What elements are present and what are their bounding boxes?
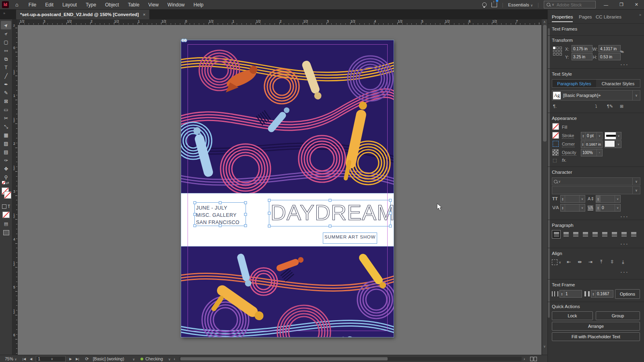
new-style-icon[interactable]: ⊞ (620, 104, 623, 109)
selection-handle[interactable] (268, 212, 271, 215)
menu-file[interactable]: File (29, 2, 36, 8)
align-center-button[interactable] (561, 230, 570, 239)
font-family-dropdown[interactable]: ∨ ∨ (552, 177, 640, 185)
formatting-container-icon[interactable] (2, 204, 6, 209)
pencil-tool[interactable]: ✎ (1, 88, 11, 97)
gutter-field[interactable]: ▲▼0.1667 (591, 290, 613, 298)
y-field[interactable]: 3.25 in (572, 53, 592, 60)
character-more-options-icon[interactable] (621, 213, 628, 219)
align-away-from-spine-button[interactable] (629, 230, 638, 239)
scroll-down-icon[interactable]: ∨ (543, 345, 546, 348)
vertical-scrollbar[interactable]: ∧ ∨ (542, 19, 548, 355)
align-to-dropdown[interactable]: ∨ (552, 259, 561, 265)
search-input[interactable] (556, 2, 594, 8)
panel-expand-icon[interactable]: » (3, 11, 5, 15)
fx-icon[interactable]: fx. (562, 158, 567, 162)
previous-page-button[interactable]: ◀ (30, 357, 32, 361)
document-tab[interactable]: *set-up-a-postcard_END_V2.indd @ 150% [C… (16, 10, 149, 19)
selection-handle[interactable] (389, 212, 392, 215)
horizontal-scrollbar[interactable] (180, 357, 522, 361)
ruler-origin-corner[interactable] (12, 19, 17, 25)
selection-handle[interactable] (219, 224, 222, 227)
menu-table[interactable]: Table (128, 2, 140, 8)
zoom-level-dropdown[interactable]: 75% ∨ (5, 356, 17, 361)
justify-left-button[interactable] (581, 230, 590, 239)
info-text-frame[interactable]: JUNE - JULY MISC. GALLERY SAN FRANCISCO (194, 202, 246, 226)
font-style-dropdown[interactable]: ∨ (552, 186, 640, 194)
frame-tool[interactable]: ⊠ (1, 97, 11, 105)
cell-styles-icon[interactable]: ▤ (0, 221, 12, 226)
stroke-type-dropdown[interactable]: ∨ (605, 132, 621, 140)
swap-fill-stroke-icon[interactable]: ⇄ (0, 181, 12, 185)
menu-window[interactable]: Window (167, 2, 185, 8)
opacity-label[interactable]: Opacity (562, 150, 576, 156)
selection-tool[interactable]: ➤ (1, 21, 11, 29)
scissors-tool[interactable]: ✂ (1, 114, 11, 122)
content-collector-tool[interactable]: ⧉ (1, 55, 11, 63)
scroll-right-icon[interactable]: › (524, 357, 525, 361)
kerning-field[interactable]: ▲▼∨ (560, 204, 585, 212)
lock-button[interactable]: Lock (552, 311, 593, 320)
align-vertical-centers-button[interactable]: ⇳ (608, 258, 617, 265)
page-tool[interactable]: ▢ (1, 38, 11, 46)
tab-cc-libraries[interactable]: CC Libraries (596, 14, 621, 21)
chevron-down-icon[interactable]: ∨ (632, 90, 640, 100)
tab-paragraph-styles[interactable]: Paragraph Styles (552, 80, 596, 87)
selection-handle[interactable] (268, 225, 271, 228)
align-left-edges-button[interactable]: ⇤ (564, 258, 573, 265)
align-left-button[interactable] (552, 230, 561, 239)
paragraph-style-dropdown[interactable]: Ag [Basic Paragraph]+ ∨ (552, 90, 640, 101)
justify-all-button[interactable] (610, 230, 619, 239)
selection-handle[interactable] (219, 202, 222, 204)
corner-label[interactable]: Corner (562, 142, 575, 147)
ruler-vertical[interactable]: 120121122123124125126 (12, 25, 18, 355)
preflight-status-dropdown[interactable]: Checking ∨ (145, 356, 171, 361)
justify-center-button[interactable] (590, 230, 599, 239)
w-field[interactable]: 4.1317 in (599, 45, 621, 52)
close-button[interactable]: ✕ (632, 2, 642, 7)
corner-radius-field[interactable]: ▲▼0.1667 in (581, 140, 603, 148)
align-top-edges-button[interactable]: ⤒ (597, 258, 606, 265)
selection-handle[interactable] (244, 213, 247, 216)
menu-help[interactable]: Help (194, 2, 204, 8)
subtitle-text-frame[interactable]: SUMMER ART SHOW (323, 232, 377, 244)
columns-field[interactable]: ▲▼1 (559, 290, 582, 298)
zoom-tool[interactable]: ⚲ (1, 173, 11, 181)
align-bottom-edges-button[interactable]: ⤓ (619, 258, 627, 265)
show-hidden-characters-icon[interactable]: ¶. (553, 104, 557, 109)
learn-icon[interactable] (482, 2, 487, 7)
type-tool[interactable]: T (1, 63, 11, 72)
selection-handle[interactable] (389, 199, 392, 202)
align-more-options-icon[interactable] (621, 269, 628, 274)
pen-tool[interactable]: ✒ (1, 80, 11, 88)
selection-handle[interactable] (328, 225, 331, 228)
group-button[interactable]: Group (596, 311, 640, 320)
fill-with-placeholder-text-button[interactable]: Fill with Placeholder Text (552, 332, 640, 341)
opacity-field[interactable]: 100%› (581, 149, 603, 156)
tracking-field[interactable]: ▲▼0∨ (596, 204, 621, 212)
justify-right-button[interactable] (600, 230, 609, 239)
horizontal-scroll-thumb[interactable] (180, 357, 388, 360)
h-field[interactable]: 0.53 in (599, 53, 621, 60)
tab-close-icon[interactable]: × (143, 12, 145, 17)
first-page-button[interactable]: |◀ (23, 357, 26, 361)
title-text-frame[interactable]: DAYDREAM (269, 200, 391, 226)
line-tool[interactable]: ╱ (1, 72, 11, 80)
align-toward-spine-button[interactable] (619, 230, 628, 239)
free-transform-tool[interactable]: ⤡ (1, 122, 11, 131)
selection-handle[interactable] (328, 199, 331, 202)
restore-button[interactable]: ❐ (616, 2, 627, 7)
object-effects-icon[interactable]: ⬚ (553, 158, 557, 163)
selection-handle[interactable] (194, 224, 196, 227)
menu-layout[interactable]: Layout (62, 2, 77, 8)
menu-type[interactable]: Type (86, 2, 96, 8)
leading-field[interactable]: ▲▼∨ (596, 195, 621, 203)
minimize-button[interactable]: — (601, 2, 611, 7)
tab-properties[interactable]: Properties (552, 14, 573, 22)
stroke-weight-field[interactable]: ▲▼0 pt∨ (581, 132, 603, 140)
fill-stroke-swatches[interactable] (0, 187, 12, 203)
hand-tool[interactable]: ✥ (1, 165, 11, 173)
last-page-button[interactable]: ▶| (76, 357, 79, 361)
menu-edit[interactable]: Edit (45, 2, 54, 8)
workspace-switcher[interactable]: Essentials ∨ (508, 2, 533, 7)
